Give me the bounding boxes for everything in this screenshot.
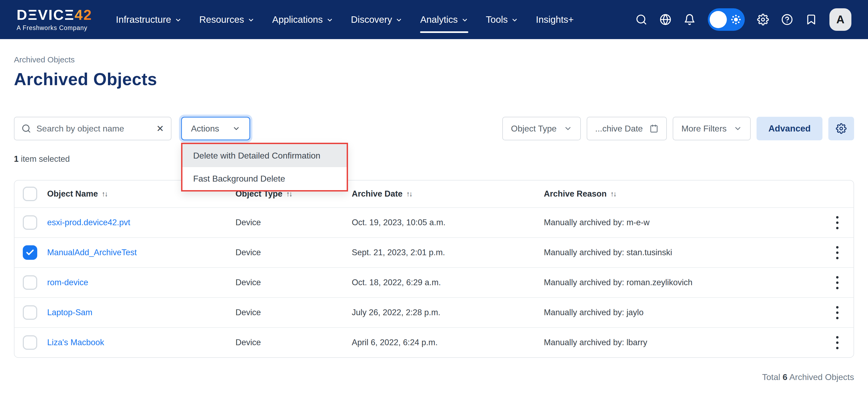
object-name-link[interactable]: ManualAdd_ArchiveTest [47, 248, 236, 257]
breadcrumb[interactable]: Archived Objects [14, 55, 75, 64]
table-row: Laptop-Sam Device July 26, 2022, 2:28 p.… [14, 297, 854, 327]
device42-logo[interactable]: DΞVICΞ42 A Freshworks Company [17, 7, 92, 32]
calendar-icon [650, 124, 658, 133]
avatar-initial: A [836, 13, 844, 26]
sort-icon: ↑↓ [406, 190, 412, 198]
object-name-link[interactable]: Laptop-Sam [47, 308, 236, 317]
row-actions-kebab-icon[interactable] [833, 213, 841, 232]
total-suffix: Archived Objects [787, 372, 854, 382]
row-checkbox[interactable] [23, 245, 37, 260]
logo-tagline: A Freshworks Company [17, 24, 92, 32]
object-search-box[interactable]: ✕ [14, 117, 172, 140]
object-type-cell: Device [236, 248, 352, 257]
filter-label: More Filters [681, 124, 726, 134]
object-type-cell: Device [236, 308, 352, 317]
menu-item-delete-detailed[interactable]: Delete with Detailed Confirmation [182, 144, 347, 167]
archived-objects-table: Object Name ↑↓ Object Type ↑↓ Archive Da… [14, 180, 854, 358]
help-icon[interactable] [781, 14, 793, 26]
filter-label: Object Type [511, 124, 556, 134]
gear-icon[interactable] [757, 14, 769, 26]
row-actions-kebab-icon[interactable] [833, 274, 841, 292]
filter-label: ...chive Date [595, 124, 643, 134]
table-row: ManualAdd_ArchiveTest Device Sept. 21, 2… [14, 237, 854, 267]
row-actions-kebab-icon[interactable] [833, 244, 841, 262]
nav-item-analytics[interactable]: Analytics [420, 14, 468, 25]
menu-item-fast-delete[interactable]: Fast Background Delete [182, 167, 347, 190]
toolbar: ✕ Actions Delete with Detailed Confirmat… [14, 117, 854, 140]
chevron-down-icon [396, 17, 402, 24]
nav-item-label: Discovery [351, 14, 392, 25]
archive-reason-cell: Manually archived by: stan.tusinski [544, 248, 829, 257]
nav-item-applications[interactable]: Applications [272, 14, 333, 25]
archive-reason-cell: Manually archived by: lbarry [544, 338, 829, 347]
column-label: Archive Date [352, 189, 403, 199]
nav-item-tools[interactable]: Tools [486, 14, 518, 25]
notifications-bell-icon[interactable] [684, 14, 695, 26]
nav-item-discovery[interactable]: Discovery [351, 14, 403, 25]
select-all-checkbox[interactable] [23, 187, 37, 201]
page-title: Archived Objects [14, 68, 854, 90]
chevron-down-icon [564, 124, 572, 133]
nav-item-insights-plus[interactable]: Insights+ [536, 14, 574, 25]
archive-reason-cell: Manually archived by: m-e-w [544, 218, 829, 227]
row-checkbox[interactable] [23, 215, 37, 230]
logo-wordmark: DΞVICΞ42 [17, 7, 92, 22]
nav-item-label: Resources [199, 14, 244, 25]
row-actions-kebab-icon[interactable] [833, 334, 841, 352]
search-input[interactable] [36, 124, 151, 134]
archive-reason-cell: Manually archived by: jaylo [544, 308, 829, 317]
object-type-filter[interactable]: Object Type [502, 117, 581, 140]
object-name-link[interactable]: Liza's Macbook [47, 338, 236, 347]
chevron-down-icon [326, 17, 333, 24]
clear-search-icon[interactable]: ✕ [156, 124, 164, 133]
table-row: rom-device Device Oct. 18, 2022, 6:29 a.… [14, 267, 854, 297]
chevron-down-icon [175, 17, 182, 24]
object-name-link[interactable]: esxi-prod.device42.pvt [47, 218, 236, 227]
theme-toggle[interactable] [708, 8, 745, 31]
selection-status: 1 item selected [14, 154, 854, 164]
sort-icon: ↑↓ [102, 190, 107, 198]
page-content: Archived Objects Archived Objects ✕ Acti… [0, 39, 868, 382]
navbar-icon-group: A [636, 8, 851, 31]
nav-item-label: Analytics [420, 14, 458, 25]
object-name-link[interactable]: rom-device [47, 278, 236, 287]
actions-menu-wrap: Actions Delete with Detailed Confirmatio… [181, 117, 250, 140]
table-row: Liza's Macbook Device April 6, 2022, 6:2… [14, 327, 854, 357]
more-filters-filter[interactable]: More Filters [673, 117, 751, 140]
object-type-cell: Device [236, 218, 352, 227]
search-icon[interactable] [636, 14, 647, 26]
row-checkbox[interactable] [23, 305, 37, 320]
column-label: Object Name [47, 189, 98, 199]
nav-item-infrastructure[interactable]: Infrastructure [116, 14, 182, 25]
toggle-knob [710, 11, 727, 28]
archive-date-filter[interactable]: ...chive Date [587, 117, 667, 140]
selection-label: item selected [19, 154, 70, 164]
column-header-archive-reason[interactable]: Archive Reason ↑↓ [544, 189, 829, 199]
globe-icon[interactable] [659, 14, 671, 26]
top-navbar: DΞVICΞ42 A Freshworks Company Infrastruc… [0, 0, 868, 39]
bookmark-icon[interactable] [805, 14, 817, 26]
user-avatar[interactable]: A [830, 8, 851, 31]
chevron-down-icon [734, 124, 742, 133]
table-settings-button[interactable] [828, 117, 854, 140]
column-header-archive-date[interactable]: Archive Date ↑↓ [352, 189, 544, 199]
gear-icon [836, 123, 846, 134]
nav-item-resources[interactable]: Resources [199, 14, 254, 25]
chevron-down-icon [232, 125, 240, 132]
archive-date-cell: Sept. 21, 2023, 2:01 p.m. [352, 248, 544, 257]
row-checkbox[interactable] [23, 335, 37, 350]
chevron-down-icon [461, 17, 468, 24]
advanced-button[interactable]: Advanced [756, 117, 823, 140]
archive-date-cell: April 6, 2022, 6:24 p.m. [352, 338, 544, 347]
search-icon [22, 124, 31, 133]
row-actions-kebab-icon[interactable] [833, 304, 841, 322]
row-checkbox[interactable] [23, 275, 37, 290]
table-header-row: Object Name ↑↓ Object Type ↑↓ Archive Da… [14, 181, 854, 207]
main-navigation: Infrastructure Resources Applications Di… [116, 14, 574, 25]
actions-button[interactable]: Actions [181, 117, 250, 140]
filter-group: Object Type ...chive Date More Filters A… [502, 117, 854, 140]
logo-42-accent: 42 [75, 7, 92, 23]
table-row: esxi-prod.device42.pvt Device Oct. 19, 2… [14, 207, 854, 237]
total-count: 6 [782, 372, 787, 382]
actions-button-label: Actions [191, 124, 219, 134]
